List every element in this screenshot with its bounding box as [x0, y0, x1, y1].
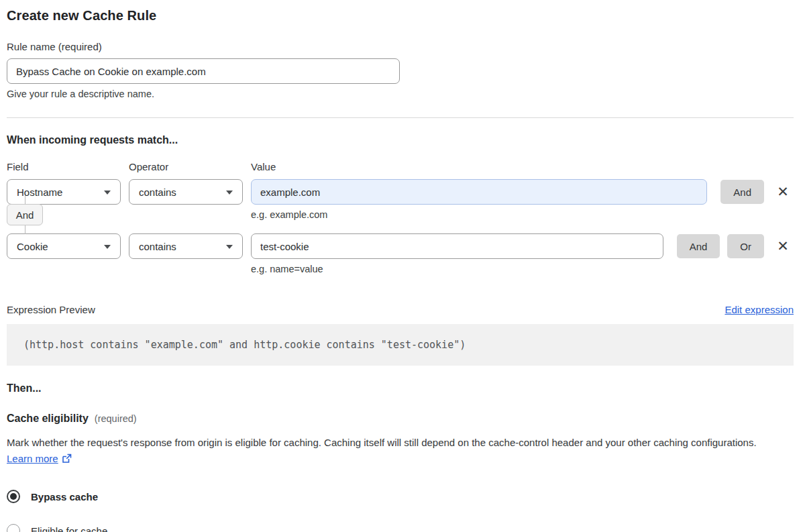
- rule-name-input[interactable]: [7, 58, 400, 84]
- cache-eligibility-heading: Cache eligibility (required): [7, 413, 794, 425]
- value-input-2[interactable]: [251, 233, 663, 259]
- operator-select-2-value: contains: [139, 241, 176, 252]
- bypass-cache-label: Bypass cache: [31, 491, 98, 502]
- required-badge: (required): [95, 413, 137, 424]
- operator-select-2[interactable]: contains: [129, 233, 243, 259]
- page-title: Create new Cache Rule: [7, 8, 794, 23]
- row-1-remove-icon[interactable]: ✕: [772, 180, 794, 204]
- section-divider: [7, 117, 794, 118]
- row-connector: And: [7, 204, 43, 225]
- radio-selected-icon: [7, 490, 20, 503]
- field-select-1[interactable]: Hostname: [7, 179, 121, 205]
- radio-unselected-icon: [7, 524, 20, 532]
- external-link-icon: [62, 452, 72, 468]
- chevron-down-icon: [104, 245, 111, 249]
- rule-name-helper: Give your rule a descriptive name.: [7, 89, 794, 99]
- chevron-down-icon: [104, 191, 111, 195]
- rule-name-label: Rule name (required): [7, 41, 794, 52]
- rule-name-block: Rule name (required) Give your rule a de…: [7, 41, 794, 99]
- row-2-or-button[interactable]: Or: [727, 234, 764, 258]
- create-cache-rule-page: Create new Cache Rule Rule name (require…: [0, 0, 805, 532]
- expression-header: Expression Preview Edit expression: [7, 304, 794, 315]
- value-input-1[interactable]: [251, 179, 707, 205]
- value-example-1: e.g. example.com: [251, 209, 707, 220]
- connector-and-button[interactable]: And: [7, 204, 43, 225]
- expression-preview-code: (http.host contains "example.com" and ht…: [7, 324, 794, 366]
- eligible-for-cache-label: Eligible for cache: [31, 525, 107, 532]
- then-section-title: Then...: [7, 382, 794, 394]
- row-1-actions: And ✕: [715, 180, 794, 204]
- field-select-2-value: Cookie: [17, 241, 48, 252]
- expression-preview-label: Expression Preview: [7, 304, 95, 315]
- row-2-and-button[interactable]: And: [677, 234, 720, 258]
- chevron-down-icon: [226, 245, 233, 249]
- match-column-labels: Field Operator Value: [7, 161, 794, 172]
- operator-select-1-value: contains: [139, 187, 176, 198]
- description-text: Mark whether the request's response from…: [7, 437, 757, 448]
- field-select-2[interactable]: Cookie: [7, 233, 121, 259]
- cache-eligibility-description: Mark whether the request's response from…: [7, 435, 785, 468]
- row-1-and-button[interactable]: And: [720, 180, 764, 204]
- chevron-down-icon: [226, 191, 233, 195]
- value-example-2: e.g. name=value: [251, 264, 663, 274]
- row-2-remove-icon[interactable]: ✕: [772, 234, 794, 258]
- row-2-actions: And Or ✕: [672, 234, 794, 258]
- match-section-title: When incoming requests match...: [7, 134, 794, 146]
- match-row-1: Hostname contains And ✕ e.g. example.com: [7, 179, 794, 220]
- radio-option-bypass-cache[interactable]: Bypass cache: [7, 490, 794, 503]
- operator-column-label: Operator: [129, 161, 243, 172]
- edit-expression-link[interactable]: Edit expression: [724, 304, 794, 315]
- value-column-label: Value: [251, 161, 786, 172]
- field-select-1-value: Hostname: [17, 187, 62, 198]
- cache-eligibility-title: Cache eligibility: [7, 413, 89, 425]
- operator-select-1[interactable]: contains: [129, 179, 243, 205]
- match-row-2: Cookie contains And Or ✕ e.g. name=value: [7, 233, 794, 274]
- field-column-label: Field: [7, 161, 121, 172]
- learn-more-link[interactable]: Learn more: [7, 453, 58, 464]
- radio-option-eligible-for-cache[interactable]: Eligible for cache: [7, 524, 794, 532]
